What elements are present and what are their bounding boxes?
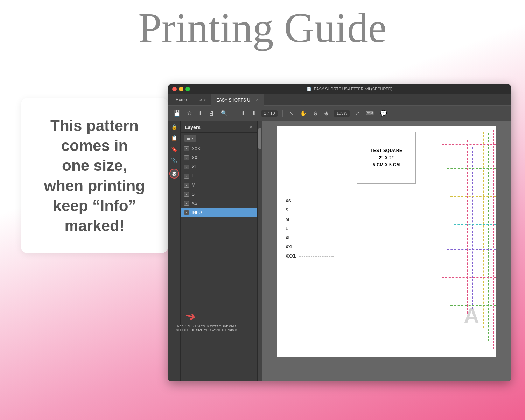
download-icon[interactable]: ⬇ [250,108,258,118]
layer-item-info[interactable]: ▪ INFO [181,208,257,217]
toolbar-separator [234,110,234,117]
window-title-bar: 📄 EASY SHORTS US-LETTER.pdf (SECURED) [168,84,511,94]
lock-icon[interactable]: 🔒 [171,124,177,130]
layers-panel: Layers ✕ ☰ ▾ ▪ XXXL ▪ XXL ▪ XL ▪ L [181,121,258,382]
scroll-thumb [258,128,261,149]
test-square: TEST SQUARE 2" X 2" 5 CM X 5 CM [357,132,416,184]
left-sidebar-icons: 🔒 📋 🔖 📎 [168,121,181,382]
red-arrow-icon: ➜ [184,309,197,324]
left-panel-text: This pattern comes in one size, when pri… [35,115,154,236]
layer-checkbox-info[interactable]: ▪ [184,210,189,215]
toolbar-separator2 [282,110,283,117]
comment-icon[interactable]: 💬 [379,108,388,118]
layer-checkbox-xl[interactable]: ▪ [184,164,189,169]
zoom-in-icon[interactable]: ⊕ [323,108,330,118]
layer-name-l: L [192,174,254,178]
pages-icon[interactable]: 📋 [171,135,177,141]
tab-easy-shorts[interactable]: EASY SHORTS U... ✕ [211,94,264,106]
layer-name-xxxl: XXXL [192,146,254,151]
upload-icon[interactable]: ⬆ [197,108,204,118]
size-item-xs: XS [286,196,334,205]
layer-item-s[interactable]: ▪ S [181,190,257,199]
zoom-out-icon[interactable]: ⊖ [312,108,319,118]
pattern-decoration: A [440,126,496,357]
layer-item-xxl[interactable]: ▪ XXL [181,153,257,162]
pdf-toolbar: 💾 ☆ ⬆ 🖨 🔍 ⬆ ⬇ 1 / 10 ↖ ✋ ⊖ ⊕ 103% ⤢ ⌨ 💬 [168,106,511,121]
size-item-m: M [286,215,334,224]
layer-checkbox-xs[interactable]: ▪ [184,201,189,206]
main-content-area: 🔒 📋 🔖 📎 Layers ✕ ☰ ▾ ▪ [168,121,511,382]
layer-checkbox-xxl[interactable]: ▪ [184,155,189,160]
zoom-search-icon[interactable]: 🔍 [219,108,229,118]
page-title: Printing Guide [138,5,387,51]
layers-options-button[interactable]: ☰ ▾ [184,135,196,142]
layers-panel-header: Layers ✕ [181,121,257,133]
pdf-icon: 📄 [307,87,312,91]
upload2-icon[interactable]: ⬆ [239,108,247,118]
test-square-text: TEST SQUARE 2" X 2" 5 CM X 5 CM [371,147,402,168]
tab-bar: Home Tools EASY SHORTS U... ✕ [168,94,511,106]
annotation-text: KEEP INFO LAYER IN VIEW MODE AND SELECT … [175,324,238,332]
layer-checkbox-xxxl[interactable]: ▪ [184,146,189,151]
size-item-xl: XL [286,233,334,243]
tab-close-icon[interactable]: ✕ [256,98,259,102]
page-title-area: Printing Guide [0,7,525,49]
bookmark2-icon[interactable]: 🔖 [171,146,177,152]
size-item-xxl: XXL [286,243,334,252]
fit-icon[interactable]: ⤢ [354,108,361,118]
size-item-s: S [286,205,334,215]
layers-close-button[interactable]: ✕ [249,125,253,130]
layer-name-xs: XS [192,201,254,206]
tab-tools[interactable]: Tools [192,94,211,106]
close-button[interactable] [172,87,177,91]
save-icon[interactable]: 💾 [172,108,182,118]
cursor-icon[interactable]: ↖ [288,108,295,118]
annotation-area: ➜ KEEP INFO LAYER IN VIEW MODE AND SELEC… [172,310,241,332]
layer-name-m: M [192,183,254,188]
layer-item-l[interactable]: ▪ L [181,172,257,181]
keyboard-icon[interactable]: ⌨ [364,108,375,118]
minimize-button[interactable] [179,87,183,91]
hand-icon[interactable]: ✋ [299,108,308,118]
layer-name-s: S [192,192,254,197]
pdf-content-area: TEST SQUARE 2" X 2" 5 CM X 5 CM XS S [262,121,511,382]
pdf-viewer-window: 📄 EASY SHORTS US-LETTER.pdf (SECURED) Ho… [168,84,511,382]
layer-name-info: INFO [192,210,254,215]
size-item-xxxl: XXXL [286,252,334,261]
layer-checkbox-l[interactable]: ▪ [184,174,189,178]
maximize-button[interactable] [186,87,190,91]
size-item-l: L [286,224,334,233]
layer-item-xl[interactable]: ▪ XL [181,162,257,172]
zoom-level: 103% [334,110,350,117]
bookmark-icon[interactable]: ☆ [186,108,193,118]
page-navigation: 1 / 10 [261,110,278,117]
layers-panel-toolbar: ☰ ▾ [181,133,257,144]
window-title-text: 📄 EASY SHORTS US-LETTER.pdf (SECURED) [192,87,507,91]
pdf-page: TEST SQUARE 2" X 2" 5 CM X 5 CM XS S [277,126,496,357]
layer-checkbox-m[interactable]: ▪ [184,183,189,188]
print-icon[interactable]: 🖨 [208,109,216,118]
layer-name-xl: XL [192,164,254,169]
left-info-panel: This pattern comes in one size, when pri… [21,98,168,253]
layers-panel-title: Layers [185,125,201,130]
layer-checkbox-s[interactable]: ▪ [184,192,189,197]
tab-home[interactable]: Home [171,94,192,106]
layer-item-xs[interactable]: ▪ XS [181,199,257,208]
layer-name-xxl: XXL [192,155,254,160]
size-list: XS S M L [286,196,334,261]
scroll-bar[interactable] [258,121,262,382]
layer-item-m[interactable]: ▪ M [181,181,257,190]
layers-icon[interactable] [169,169,179,178]
layer-item-xxxl[interactable]: ▪ XXXL [181,144,257,153]
attachment-icon[interactable]: 📎 [171,158,177,163]
